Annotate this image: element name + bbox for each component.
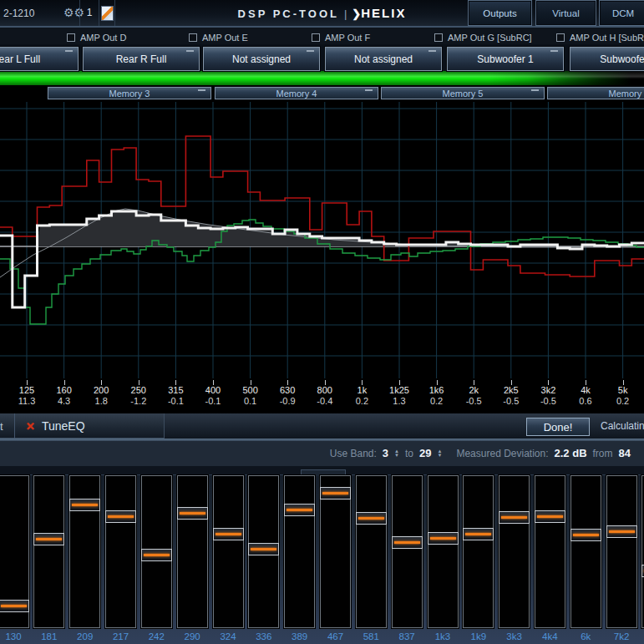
eq-band-freq-label: 1k9 [460,631,497,641]
memory-tab[interactable]: Memory 5 [381,87,545,99]
checkbox[interactable] [67,33,75,42]
eq-slider-track[interactable] [284,475,315,628]
edit-pencil-icon[interactable] [101,6,114,21]
eq-slider-handle[interactable] [248,543,279,555]
checkbox[interactable] [312,33,320,42]
db-value-label: -0.5 [529,396,567,406]
eq-handle-orange-line [108,515,134,518]
db-value-label: 1.8 [82,396,120,406]
from-label: from [593,448,613,459]
eq-slider-handle[interactable] [320,487,351,499]
eq-slider-track[interactable] [0,475,29,628]
eq-slider-handle[interactable] [213,528,244,540]
eq-slider-track[interactable] [141,475,172,628]
eq-slider-handle[interactable] [392,536,423,549]
eq-slider-track[interactable] [177,475,208,628]
eq-handle-orange-line [322,492,348,494]
band-to-value[interactable]: 29 [419,447,431,459]
eq-slider-track[interactable] [463,475,494,628]
eq-slider-track[interactable] [213,475,244,628]
freq-label: 160 [45,385,84,395]
tab-tuneeq[interactable]: ✕ TuneEQ [16,413,85,439]
eq-slider-track[interactable] [105,475,136,628]
channel-assignment-button[interactable]: Rear L Full [0,47,79,71]
checkbox[interactable] [556,33,565,42]
memory-tab[interactable]: Memory 3 [48,87,211,99]
logo-pipe: | [344,8,347,20]
eq-band-freq-label: 837 [388,631,425,641]
eq-band-freq-label: 1k3 [424,631,461,641]
eq-slider-handle[interactable] [570,529,601,541]
eq-handle-orange-line [609,530,635,533]
eq-slider-handle[interactable] [105,510,136,523]
eq-slider-handle[interactable] [356,512,387,525]
grip-mark [198,89,205,91]
channel-assignment-button[interactable]: Subwoofer 1 [570,47,644,71]
eq-handle-orange-line [573,534,599,536]
eq-slider-track[interactable] [428,475,459,628]
freq-label: 315 [156,385,195,395]
db-value-label: -1.2 [119,396,158,406]
eq-slider-track[interactable] [499,475,530,628]
eq-slider-handle[interactable] [284,504,315,516]
memory-tab[interactable]: Memory 6 [547,87,644,99]
use-band-row: Use Band: 3 ▲▼ to 29 ▲▼ Measured Deviati… [0,441,644,466]
eq-slider-track[interactable] [535,475,565,628]
eq-band-freq-label: 4k4 [531,631,568,641]
eq-slider-track[interactable] [570,475,601,628]
memory-tab[interactable]: Memory 4 [215,87,378,99]
frequency-axis: 12511.31604.32001.8250-1.2315-0.1400-0.1… [0,380,644,413]
band-from-spinner[interactable]: ▲▼ [394,449,399,457]
eq-slider-handle[interactable] [499,511,530,524]
top-button-virtual[interactable]: Virtual [535,0,596,26]
channel-assignment-button[interactable]: Not assigned [325,47,442,71]
bottom-tab-bar: t ✕ TuneEQ [0,413,165,439]
top-button-outputs[interactable]: Outputs [468,0,532,26]
separator [79,0,80,26]
eq-slider-track[interactable] [33,475,64,628]
eq-slider-handle[interactable] [177,507,208,520]
eq-slider-track[interactable] [69,475,100,628]
channel-assignment-button[interactable]: Rear R Full [83,47,200,71]
amp-out-checkbox-item: AMP Out H [SubRC] [556,33,644,43]
channel-assignment-button[interactable]: Subwoofer 1 [447,47,564,71]
checkbox[interactable] [434,33,443,42]
amp-out-label: AMP Out E [202,33,248,43]
top-button-dcm[interactable]: DCM [599,0,644,26]
amp-out-label: AMP Out G [SubRC] [448,33,532,43]
eq-slider-handle[interactable] [463,528,494,540]
done-button[interactable]: Done! [526,418,590,436]
eq-band-freq-label: 581 [352,631,389,641]
band-to-spinner[interactable]: ▲▼ [438,449,443,457]
db-value-label: -0.9 [268,396,307,406]
eq-slider-track[interactable] [606,475,637,628]
eq-slider-track[interactable] [392,475,423,628]
close-icon[interactable]: ✕ [26,420,35,433]
tab-partial-label: t [0,420,3,433]
deviation-value: 2.2 dB [555,447,587,459]
amp-out-label: AMP Out F [325,33,370,43]
amp-out-checkbox-item: AMP Out D [67,33,126,43]
eq-slider-track[interactable] [248,475,279,628]
eq-handle-orange-line [216,533,241,535]
db-value-label: 1.3 [380,396,418,406]
db-value-label: 4.3 [45,396,84,406]
eq-slider-handle[interactable] [606,525,637,538]
checkbox[interactable] [189,33,197,42]
band-from-value[interactable]: 3 [383,447,388,459]
tab-partial[interactable]: t [0,413,15,439]
eq-handle-orange-line [36,538,62,540]
eq-slider-handle[interactable] [535,510,565,523]
eq-slider-track[interactable] [320,475,351,628]
eq-slider-handle[interactable] [33,533,64,545]
eq-slider-handle[interactable] [428,532,459,545]
channel-assignment-button[interactable]: Not assigned [203,47,320,71]
eq-slider-handle[interactable] [69,499,100,511]
db-value-label: -0.5 [492,396,530,406]
db-value-label: 0.2 [418,396,456,406]
eq-band-freq-label: 389 [281,631,318,641]
eq-slider-handle[interactable] [141,549,172,561]
eq-slider-handle[interactable] [0,600,29,612]
deviation-label: Measured Deviation: [456,448,548,459]
eq-slider-track[interactable] [356,475,387,628]
